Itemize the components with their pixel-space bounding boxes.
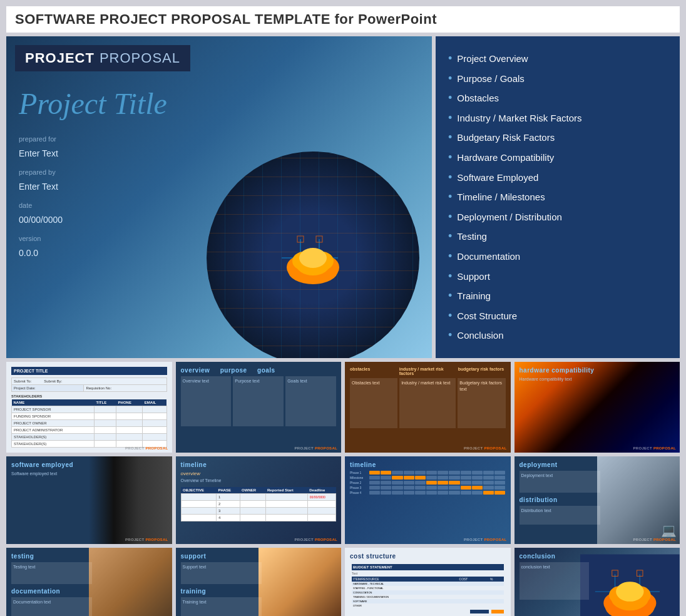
thumb-support-training: support Support text training Training t… (176, 548, 342, 616)
hero-slide: PROJECT PROPOSAL Project Title prepared … (6, 36, 432, 358)
thumb7-title: timeline (350, 461, 506, 468)
thumb7-watermark: PROJECT PROPOSAL (464, 538, 506, 542)
thumb2-columns: Overview text Purpose text Goals text (181, 376, 337, 426)
thumb7-milestone-row: Milestone (350, 476, 506, 480)
thumb2-purpose-col: Purpose text (233, 376, 284, 426)
thumb4-content: hardware compatibility Hardware compatib… (520, 367, 675, 382)
thumb2-overview-col: Overview text (181, 376, 232, 426)
thumb8-distribution-box: Distribution text (520, 506, 600, 525)
thumb5-content: software employed Software employed text (11, 461, 97, 477)
thumb8-watermark: PROJECT PROPOSAL (633, 538, 676, 542)
bullet-item-3: Obstacles (448, 88, 667, 108)
thumb3-watermark: PROJECT PROPOSAL (464, 446, 506, 450)
thumb3-obstacles-label: obstacles (350, 367, 397, 376)
prepared-for-label: prepared for (19, 133, 419, 146)
bullet-item-8: Timeline / Milestones (448, 187, 667, 207)
thumb12-photo (580, 548, 680, 616)
thumb6-overview: overview (181, 471, 337, 476)
badge-proposal: PROPOSAL (100, 50, 180, 66)
bullet-item-5: Budgetary Risk Factors (448, 128, 667, 148)
thumb-hardware-compatibility: hardware compatibility Hardware compatib… (514, 362, 680, 453)
thumb6-title: timeline (181, 461, 337, 468)
thumb11-table: ITEM/RESOURCE COST % HARDWARE - TECHNICA… (352, 577, 504, 608)
thumb6-watermark: PROJECT PROPOSAL (295, 538, 337, 542)
bullet-item-9: Deployment / Distribution (448, 207, 667, 227)
thumb5-title: software employed (11, 461, 97, 468)
top-section: PROJECT PROPOSAL Project Title prepared … (6, 36, 680, 358)
thumb3-industry-label: industry / market risk factors (399, 367, 456, 376)
thumb12-content: conclusion conclusion text (520, 553, 590, 600)
thumb1-watermark: PROJECT PROPOSAL (125, 446, 168, 450)
thumb9-documentation-title: documentation (11, 588, 92, 595)
thumb3-columns: Obstacles text Industry / market risk te… (350, 378, 506, 428)
thumb12-cloud-svg (580, 548, 680, 616)
thumb11-title: cost structure (350, 553, 506, 560)
thumb-software-employed: software employed Software employed text… (6, 456, 172, 544)
bullet-item-14: Cost Structure (448, 306, 667, 326)
thumb5-text: Software employed text (11, 471, 97, 477)
thumb12-text-box: conclusion text (520, 562, 590, 600)
thumb10-training-box: Training text (181, 597, 262, 616)
thumb-conclusion: conclusion conclusion text PROJECT PROPO… (514, 548, 680, 616)
thumb2-title: overview purpose goals (181, 367, 337, 374)
bullet-item-13: Training (448, 286, 667, 306)
thumb-project-title: PROJECT TITLE Submit To: Submit By: Proj… (6, 362, 172, 453)
thumb8-photo: 💻 (597, 456, 680, 544)
thumb-cost-structure: cost structure BUDGET STATEMENT Text ITE… (345, 548, 511, 616)
thumb3-budgetary-col: Budgetary risk factors text (458, 378, 505, 428)
thumb5-watermark: PROJECT PROPOSAL (125, 538, 168, 542)
bullet-item-10: Testing (448, 227, 667, 247)
bullet-item-7: Software Employed (448, 168, 667, 188)
thumb10-support-title: support (181, 553, 262, 560)
thumb8-content: deployment Deployment text distribution … (520, 461, 600, 525)
thumb8-deployment-title: deployment (520, 461, 600, 468)
thumb1-stakeholders: NAMETITLEPHONEEMAIL PROJECT SPONSOR FUND… (11, 399, 167, 448)
bullet-item-2: Purpose / Goals (448, 69, 667, 89)
main-title-text: SOFTWARE PROJECT PROPOSAL TEMPLATE for P… (15, 11, 437, 27)
thumb4-title: hardware compatibility (520, 367, 675, 374)
thumb-timeline-list: timeline overview Overview of Timeline O… (176, 456, 342, 544)
thumb8-distribution-title: distribution (520, 496, 600, 503)
hero-title: Project Title (19, 86, 419, 121)
thumb4-text: Hardware compatibility text (520, 376, 675, 382)
bullet-panel: Project Overview Purpose / Goals Obstacl… (436, 36, 680, 358)
cloud-circle (207, 151, 419, 358)
thumb11-content: BUDGET STATEMENT Text ITEM/RESOURCE COST… (350, 562, 506, 615)
thumb-gantt: timeline Phase 1 Milestone (345, 456, 511, 544)
thumb5-photo (89, 456, 172, 544)
thumb7-week-bars (369, 471, 506, 475)
thumb10-training-title: training (181, 588, 262, 595)
cloud-svg (269, 227, 357, 289)
bullet-item-15: Conclusion (448, 326, 667, 346)
bullet-list: Project Overview Purpose / Goals Obstacl… (448, 49, 667, 346)
thumb-obstacles-industry-budgetary: obstacles industry / market risk factors… (345, 362, 511, 453)
thumb3-industry-col: Industry / market risk text (399, 378, 456, 428)
bullet-item-1: Project Overview (448, 49, 667, 69)
thumb3-header-row: obstacles industry / market risk factors… (350, 367, 506, 376)
thumb6-table: OBJECTIVEPHASEOWNERReported StartDeadlin… (181, 487, 337, 521)
thumb9-testing-box: Testing text (11, 562, 92, 584)
thumb3-budgetary-label: budgetary risk factors (458, 367, 506, 376)
thumb8-deployment-box: Deployment text (520, 471, 600, 493)
thumb-testing-documentation: testing Testing text documentation Docum… (6, 548, 172, 616)
thumb10-content: support Support text training Training t… (181, 553, 262, 616)
cloud-graphic (182, 151, 432, 358)
thumb9-testing-title: testing (11, 553, 92, 560)
svg-point-26 (616, 582, 643, 602)
thumb2-goals-col: Goals text (285, 376, 336, 426)
bullet-item-4: Industry / Market Risk Factors (448, 108, 667, 128)
thumb-deployment-distribution: 💻 deployment Deployment text distributio… (514, 456, 680, 544)
thumb-overview-purpose-goals: overview purpose goals Overview text Pur… (176, 362, 342, 453)
thumb10-photo (259, 548, 341, 616)
thumb3-obstacles-col: Obstacles text (350, 378, 397, 428)
bullet-item-6: Hardware Compatibility (448, 148, 667, 168)
bullet-item-12: Support (448, 267, 667, 287)
bullet-item-11: Documentation (448, 247, 667, 267)
badge-project: PROJECT (25, 50, 95, 66)
hero-badge: PROJECT PROPOSAL (15, 45, 190, 71)
svg-point-12 (299, 248, 327, 268)
thumb9-content: testing Testing text documentation Docum… (11, 553, 92, 616)
thumb2-watermark: PROJECT PROPOSAL (295, 446, 337, 450)
thumb9-photo (89, 548, 172, 616)
thumb6-overview-text: Overview of Timeline (181, 478, 337, 484)
